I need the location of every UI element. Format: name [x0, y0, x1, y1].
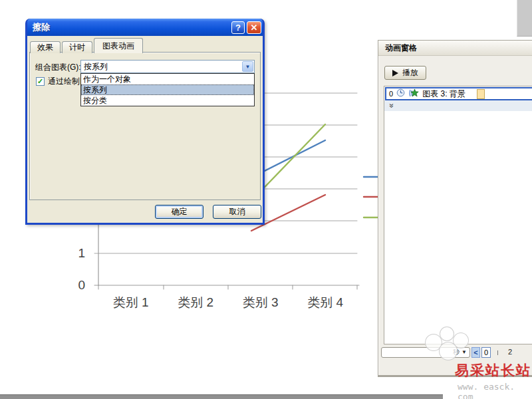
dialog-title: 擦除	[33, 21, 231, 33]
wipe-entrance-star-icon	[408, 88, 419, 100]
animate-background-checkbox[interactable]: ✓	[36, 77, 45, 86]
animation-pane: 动画窗格 播放 0	[378, 40, 532, 377]
expand-contents-chevron-icon: «	[388, 104, 394, 108]
watermark-url: www. easck. com	[458, 382, 532, 399]
x-category-2: 类别 2	[164, 294, 229, 311]
timeline-scroll-left-button[interactable]: <	[471, 347, 480, 358]
tab-chart-animation[interactable]: 图表动画	[94, 38, 143, 53]
ruler-tick	[497, 350, 498, 355]
animation-item-chart3-background[interactable]: 0 图表 3: 背景	[385, 87, 532, 100]
play-button[interactable]: 播放	[384, 66, 426, 80]
x-category-3: 类别 3	[228, 294, 293, 311]
close-button[interactable]: ✕	[247, 21, 261, 34]
y-axis-tick-1: 1	[68, 246, 85, 261]
animation-list: 0 图表 3: 背景	[384, 86, 532, 344]
animation-item-label: 图表 3: 背景	[422, 88, 466, 100]
watermark-brand: 易采站长站	[455, 361, 531, 380]
animation-pane-header[interactable]: 动画窗格	[378, 41, 532, 56]
animate-background-label: 通过绘制图	[48, 76, 81, 87]
combobox-value: 按系列	[81, 61, 242, 72]
slide-area-bottom-edge	[0, 394, 443, 399]
option-by-category[interactable]: 按分类	[81, 95, 254, 106]
animation-pane-title: 动画窗格	[385, 43, 417, 54]
watermark-logo-circle	[439, 342, 458, 360]
group-chart-label: 组合图表(G):	[35, 62, 81, 73]
y-axis-tick-0: 0	[68, 278, 85, 293]
cancel-button[interactable]: 取消	[213, 205, 261, 219]
x-category-4: 类别 4	[293, 294, 358, 311]
dialog-tabstrip: 效果 计时 图表动画	[30, 38, 143, 53]
wipe-effect-dialog: 擦除 ? ✕ 效果 计时 图表动画 组合图表(G): 按系列 ▼ ✓ 通过绘制图	[25, 19, 265, 225]
background-window-fragment	[517, 0, 532, 37]
help-button[interactable]: ?	[231, 21, 245, 34]
ok-button[interactable]: 确定	[155, 205, 203, 219]
clock-icon	[396, 88, 405, 99]
watermark-logo-circle	[440, 327, 454, 341]
animation-order-number: 0	[389, 90, 393, 98]
zoom-dropdown-arrow-icon: ▼	[462, 349, 467, 355]
dialog-body: 效果 计时 图表动画 组合图表(G): 按系列 ▼ ✓ 通过绘制图 作为一个对象…	[27, 36, 263, 223]
play-button-label: 播放	[402, 67, 418, 78]
play-icon	[392, 70, 398, 76]
group-chart-combobox[interactable]: 按系列 ▼	[80, 60, 255, 73]
tab-effect[interactable]: 效果	[30, 41, 61, 53]
option-by-series[interactable]: 按系列	[81, 84, 254, 95]
timeline-current-seconds: 0	[481, 347, 491, 358]
dialog-titlebar[interactable]: 擦除 ? ✕	[27, 19, 263, 36]
screen: 1 0 类别 1 类别 2 类别 3 类别 4 擦除 ? ✕ 效果 计时 图表动…	[0, 0, 532, 399]
ruler-label-2: 2	[508, 348, 512, 356]
combobox-dropdown-arrow-icon[interactable]: ▼	[242, 61, 253, 72]
duration-bar[interactable]	[477, 89, 485, 99]
chart-animation-tabpage: 组合图表(G): 按系列 ▼ ✓ 通过绘制图 作为一个对象 按系列 按分类	[29, 52, 261, 200]
x-category-1: 类别 1	[98, 294, 164, 311]
animate-background-row: ✓ 通过绘制图	[36, 76, 81, 87]
tab-timing[interactable]: 计时	[62, 41, 92, 53]
group-chart-dropdown-list: 作为一个对象 按系列 按分类	[80, 73, 255, 106]
timeline-ruler[interactable]: 2	[492, 347, 532, 358]
x-axis-category-labels: 类别 1 类别 2 类别 3 类别 4	[98, 294, 358, 311]
option-as-one-object[interactable]: 作为一个对象	[81, 74, 254, 84]
expand-contents-band[interactable]: «	[384, 100, 532, 111]
